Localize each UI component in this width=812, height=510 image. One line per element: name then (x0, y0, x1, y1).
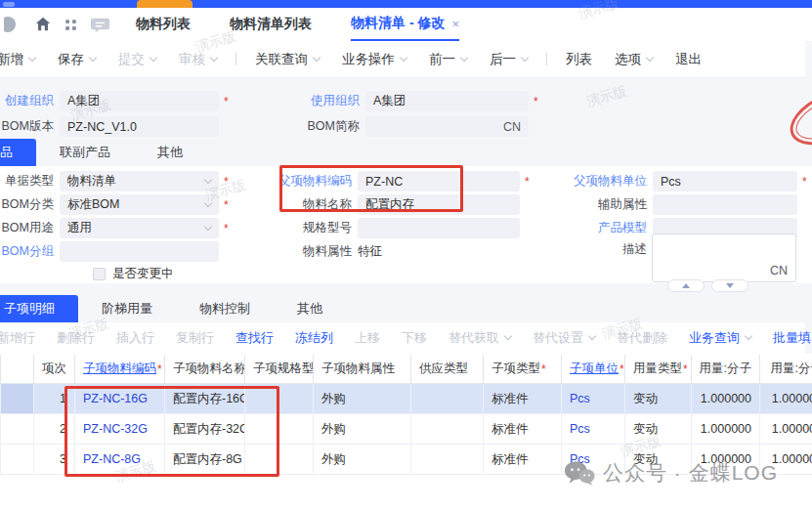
delete-row-button[interactable]: 删除行 (53, 329, 99, 347)
copy-row-button[interactable]: 复制行 (172, 329, 218, 347)
business-ops-button[interactable]: 业务操作 (338, 51, 410, 68)
chevron-down-icon (210, 53, 218, 61)
button-label: 前一 (429, 51, 455, 68)
col-supply[interactable]: 供应类型 (410, 355, 483, 383)
button-label: 后一 (490, 51, 516, 68)
tab-bom-list[interactable]: 物料清单列表 (230, 8, 312, 41)
doc-type-select[interactable]: 物料清单 (60, 171, 219, 191)
aux-attr-input[interactable] (653, 194, 797, 215)
new-button[interactable]: 新增 (0, 51, 39, 68)
subitem-table: 项次 子项物料编码 子项物料名称 子项规格型... 子项物料属性 供应类型 子项… (0, 355, 812, 475)
row-selector[interactable] (0, 445, 33, 474)
batch-fill-button[interactable]: 批量填充 (769, 329, 812, 347)
col-numerator[interactable]: 用量:分子 (691, 355, 759, 383)
col-seq[interactable]: 项次 (33, 355, 74, 383)
cell-type: 标准件 (483, 384, 561, 413)
cell-spec (244, 445, 313, 474)
field-label: 产品模型 (569, 220, 647, 236)
exit-button[interactable]: 退出 (671, 51, 705, 68)
tab-bom-edit[interactable]: 物料清单 - 修改 (351, 8, 459, 41)
find-row-button[interactable]: 查找行 (232, 329, 278, 347)
column-label: 子项物料名称 (173, 361, 244, 377)
substitute-set-button[interactable]: 替代设置 (529, 329, 599, 347)
table-row[interactable]: 2 PZ-NC-32G 配置内存-32G 外购 标准件 Pcs 变动 1.000… (0, 414, 812, 445)
tab-material-control[interactable]: 物料控制 (176, 295, 274, 322)
cell-code[interactable]: PZ-NC-16G (74, 384, 164, 413)
home-icon[interactable] (34, 16, 52, 33)
save-button[interactable]: 保存 (54, 51, 100, 68)
freeze-column-button[interactable]: 冻结列 (291, 329, 337, 347)
collapse-up-button[interactable] (667, 279, 705, 292)
substitute-get-button[interactable]: 替代获取 (445, 329, 515, 347)
table-row[interactable]: 3 PZ-NC-8G 配置内存-8G 外购 标准件 Pcs 变动 1.00000… (0, 445, 812, 475)
parent-code-input[interactable]: PZ-NC (358, 171, 520, 191)
add-row-button[interactable]: 新增行 (0, 329, 39, 347)
bom-version-input[interactable]: PZ-NC_V1.0 (60, 116, 219, 137)
spec-model-input[interactable] (358, 218, 520, 238)
field-label: 辅助属性 (569, 196, 647, 213)
col-code[interactable]: 子项物料编码 (74, 355, 164, 383)
change-flag-checkbox[interactable] (93, 268, 106, 280)
tab-ladder-usage[interactable]: 阶梯用量 (78, 295, 176, 322)
tab-other-top[interactable]: 其他 (134, 139, 206, 166)
bom-group-input[interactable] (60, 241, 219, 262)
tab-other-bottom[interactable]: 其他 (274, 295, 346, 322)
create-org-input[interactable]: A集团 (60, 91, 219, 111)
row-selector[interactable] (0, 414, 33, 444)
material-name-input[interactable]: 配置内存 (358, 194, 520, 215)
cell-unit[interactable]: Pcs (561, 445, 624, 474)
audit-stamp: 审核 (782, 78, 812, 156)
insert-row-button[interactable]: 插入行 (112, 329, 158, 347)
substitute-delete-button[interactable]: 替代删除 (613, 329, 671, 347)
related-query-button[interactable]: 关联查询 (251, 51, 323, 68)
tab-main-product[interactable]: 主产品 (0, 139, 36, 166)
options-button[interactable]: 选项 (611, 51, 657, 68)
field-create-org: 创建组织 A集团 (0, 91, 229, 111)
move-down-button[interactable]: 下移 (398, 329, 431, 347)
column-label: 用量:分母 (771, 361, 812, 377)
col-name[interactable]: 子项物料名称 (164, 355, 244, 383)
description-textarea[interactable]: CN (652, 234, 796, 282)
tab-material-list[interactable]: 物料列表 (136, 8, 191, 41)
button-label: 业务查询 (689, 329, 740, 347)
col-attr[interactable]: 子项物料属性 (313, 355, 410, 383)
close-icon[interactable] (451, 17, 459, 31)
cell-name: 配置内存-8G (164, 445, 244, 474)
list-button[interactable]: 列表 (562, 51, 596, 68)
cell-code[interactable]: PZ-NC-8G (74, 445, 164, 474)
cell-unit[interactable]: Pcs (561, 384, 624, 413)
audit-button[interactable]: 审核 (175, 51, 221, 68)
business-query-button[interactable]: 业务查询 (685, 329, 755, 347)
col-denominator[interactable]: 用量:分母 (759, 355, 812, 383)
collapse-down-button[interactable] (711, 279, 748, 292)
field-value: 物料清单 (67, 173, 116, 190)
next-button[interactable]: 后一 (486, 51, 532, 68)
cell-unit[interactable]: Pcs (561, 414, 624, 444)
tab-label: 阶梯用量 (102, 300, 152, 318)
col-usage-type[interactable]: 用量类型 (624, 355, 691, 383)
col-type[interactable]: 子项类型 (483, 355, 561, 383)
tab-subitem-detail[interactable]: 子项明细 (0, 295, 78, 322)
row-selector[interactable] (0, 384, 33, 413)
prev-button[interactable]: 前一 (425, 51, 471, 68)
cell-code[interactable]: PZ-NC-32G (74, 414, 164, 444)
apps-grid-icon[interactable] (63, 17, 79, 33)
col-spec[interactable]: 子项规格型... (244, 355, 313, 383)
triangle-down-icon (726, 283, 734, 288)
bom-usage-select[interactable]: 通用 (60, 218, 219, 238)
col-unit[interactable]: 子项单位 (561, 355, 624, 383)
table-row[interactable]: 1 PZ-NC-16G 配置内存-16G 外购 标准件 Pcs 变动 1.000… (0, 384, 812, 414)
window-tab-bar: 物料列表 物料清单列表 物料清单 - 修改 (0, 8, 812, 41)
cell-spec (244, 414, 313, 444)
chat-bubble-icon[interactable] (90, 15, 110, 35)
partial-menu-icon[interactable] (4, 15, 23, 34)
use-org-input[interactable]: A集团 (365, 91, 529, 111)
chevron-down-icon (204, 175, 212, 183)
parent-unit-input[interactable]: Pcs (653, 171, 797, 191)
bom-category-select[interactable]: 标准BOM (60, 194, 219, 215)
move-up-button[interactable]: 上移 (351, 329, 384, 347)
required-asterisk (224, 95, 229, 108)
tab-joint-product[interactable]: 联副产品 (36, 139, 134, 166)
bom-short-input[interactable]: CN (365, 116, 529, 137)
submit-button[interactable]: 提交 (114, 51, 160, 68)
